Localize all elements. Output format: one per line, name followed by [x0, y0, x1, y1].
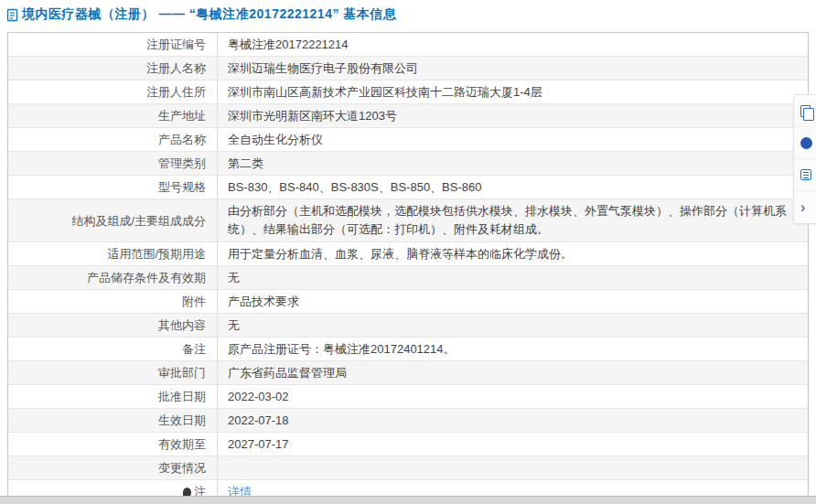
document-icon [6, 8, 18, 22]
row-value: 原产品注册证号：粤械注准20172401214。 [218, 338, 808, 360]
table-row: 管理类别第二类 [8, 152, 808, 176]
table-row: 生产地址深圳市光明新区南环大道1203号 [8, 104, 808, 128]
table-row: 结构及组成/主要组成成分由分析部分（主机和选配模块，选配模块包括供水模块、排水模… [8, 199, 808, 242]
row-value: 由分析部分（主机和选配模块，选配模块包括供水模块、排水模块、外置气泵模块）、操作… [218, 199, 808, 241]
row-label: 产品名称 [8, 128, 218, 151]
row-label: 结构及组成/主要组成成分 [8, 199, 218, 241]
row-label: 注册人名称 [8, 57, 218, 80]
row-label: 管理类别 [8, 152, 218, 175]
row-value: 广东省药品监督管理局 [218, 361, 808, 384]
share-icon [800, 169, 811, 180]
side-panel-item-share[interactable] [794, 159, 816, 191]
row-label: 生效日期 [8, 409, 218, 432]
side-panel-item-contact[interactable] [794, 127, 816, 159]
floating-side-panel: › [793, 94, 816, 224]
row-value: 2027-07-17 [218, 433, 808, 456]
table-row: 附件产品技术要求 [8, 290, 808, 314]
row-value: 第二类 [218, 152, 808, 175]
row-value: 无 [218, 266, 808, 289]
row-label: 变更情况 [8, 456, 218, 479]
table-row: 产品储存条件及有效期无 [8, 266, 808, 290]
page-background-strip [0, 496, 816, 504]
row-label: 审批部门 [8, 361, 218, 384]
row-value: 无 [218, 314, 808, 337]
table-row: 产品名称全自动生化分析仪 [8, 128, 808, 152]
table-row: 审批部门广东省药品监督管理局 [8, 361, 808, 385]
table-row: 注册证编号粤械注准20172221214 [8, 33, 808, 57]
row-value: 用于定量分析血清、血浆、尿液、脑脊液等样本的临床化学成份。 [218, 242, 808, 265]
contact-icon [800, 137, 812, 149]
row-label: 备注 [8, 338, 218, 360]
row-label: 注册人住所 [8, 80, 218, 103]
side-panel-item-copy[interactable] [794, 95, 816, 127]
row-label: 其他内容 [8, 314, 218, 337]
row-value: 粤械注准20172221214 [218, 33, 808, 56]
row-value: 2022-03-02 [218, 385, 808, 408]
collapse-arrow-icon: › [800, 200, 805, 215]
row-label: 适用范围/预期用途 [8, 242, 218, 265]
row-value: BS-830、BS-840、BS-830S、BS-850、BS-860 [218, 176, 808, 198]
row-value: 产品技术要求 [218, 290, 808, 313]
table-row: 生效日期2022-07-18 [8, 409, 808, 433]
table-row: 注册人住所深圳市南山区高新技术产业园区科技南十二路迈瑞大厦1-4层 [8, 80, 808, 104]
row-value: 深圳市南山区高新技术产业园区科技南十二路迈瑞大厦1-4层 [218, 80, 808, 103]
row-label: 产品储存条件及有效期 [8, 266, 218, 289]
row-label: 附件 [8, 290, 218, 313]
side-panel-item-collapse[interactable]: › [794, 191, 816, 223]
row-label: 注册证编号 [8, 33, 218, 56]
row-label: 批准日期 [8, 385, 218, 408]
row-value: 全自动生化分析仪 [218, 128, 808, 151]
table-row: 批准日期2022-03-02 [8, 385, 808, 409]
row-value: 深圳市光明新区南环大道1203号 [218, 104, 808, 127]
table-row: 变更情况 [8, 456, 808, 480]
page-content: 境内医疗器械（注册） —— “粤械注准20172221214” 基本信息 注册证… [0, 0, 816, 496]
row-value: 2022-07-18 [218, 409, 808, 432]
table-row: 型号规格BS-830、BS-840、BS-830S、BS-850、BS-860 [8, 176, 808, 199]
row-label: 生产地址 [8, 104, 218, 127]
registration-info-table: 注册证编号粤械注准20172221214注册人名称深圳迈瑞生物医疗电子股份有限公… [7, 32, 809, 504]
row-value: 深圳迈瑞生物医疗电子股份有限公司 [218, 57, 808, 80]
table-row: 其他内容无 [8, 314, 808, 338]
row-label: 有效期至 [8, 433, 218, 456]
copy-icon [800, 105, 811, 117]
table-row: 有效期至2027-07-17 [8, 433, 808, 456]
table-row: 备注原产品注册证号：粤械注准20172401214。 [8, 338, 808, 361]
row-label: 型号规格 [8, 176, 218, 198]
page-header: 境内医疗器械（注册） —— “粤械注准20172221214” 基本信息 [0, 0, 816, 23]
table-row: 适用范围/预期用途用于定量分析血清、血浆、尿液、脑脊液等样本的临床化学成份。 [8, 242, 808, 266]
page-title: 境内医疗器械（注册） —— “粤械注准20172221214” 基本信息 [22, 6, 396, 23]
table-row: 注册人名称深圳迈瑞生物医疗电子股份有限公司 [8, 57, 808, 80]
